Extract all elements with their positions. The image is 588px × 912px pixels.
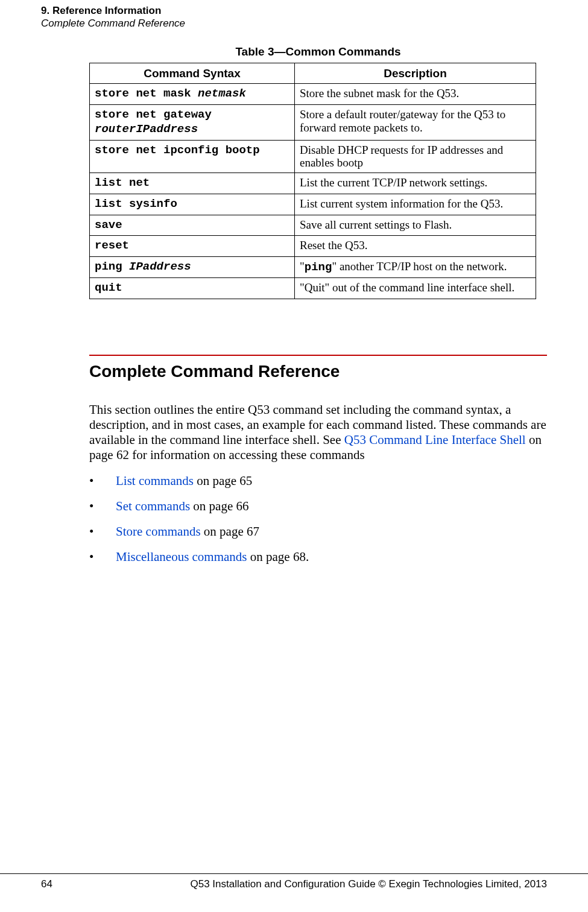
desc-mono: ping [305,261,332,274]
list-item: Miscellaneous commands on page 68. [89,549,547,565]
col-header-description: Description [295,63,536,84]
table-row: reset Reset the Q53. [90,236,536,257]
cmd-text: list sysinfo [95,197,177,211]
list-item: List commands on page 65 [89,473,547,489]
body: Complete Command Reference This section … [89,355,547,565]
cmd-desc: List current system information for the … [295,194,536,215]
cmd-desc: Reset the Q53. [295,236,536,257]
link-misc-commands[interactable]: Miscellaneous commands [116,549,247,564]
cmd-syntax: store net gateway routerIPaddress [90,105,295,141]
cmd-text: store net gateway [95,108,212,121]
bullet-text: on page 67 [201,524,259,539]
table-row: store net ipconfig bootp Disable DHCP re… [90,140,536,173]
desc-pre: " [300,260,305,273]
intro-paragraph: This section outlines the entire Q53 com… [89,402,547,463]
bullet-text: on page 65 [194,473,252,488]
cmd-syntax: list net [90,173,295,194]
cmd-desc: Save all current settings to Flash. [295,215,536,236]
table-row: save Save all current settings to Flash. [90,215,536,236]
cmd-desc: "Quit" out of the command line interface… [295,278,536,299]
link-set-commands[interactable]: Set commands [116,499,190,513]
cmd-desc: Disable DHCP requests for IP addresses a… [295,140,536,173]
table-row: store net gateway routerIPaddress Store … [90,105,536,141]
section-rule [89,355,547,356]
header-section: Complete Command Reference [41,17,547,30]
cmd-arg: routerIPaddress [95,122,198,136]
cmd-syntax: quit [90,278,295,299]
cmd-syntax: save [90,215,295,236]
bullet-text: on page 68. [247,549,309,564]
cmd-desc: Store the subnet mask for the Q53. [295,84,536,105]
commands-table: Command Syntax Description store net mas… [89,63,536,299]
link-list-commands[interactable]: List commands [116,473,194,488]
cmd-text: store net ipconfig bootp [95,144,260,157]
cmd-text: reset [95,239,129,252]
page: 9. Reference Information Complete Comman… [0,0,588,912]
footer-text: Q53 Installation and Configuration Guide… [77,878,547,890]
cmd-syntax: store net ipconfig bootp [90,140,295,173]
page-header: 9. Reference Information Complete Comman… [41,0,547,30]
col-header-syntax: Command Syntax [90,63,295,84]
desc-post: " another TCP/IP host on the network. [332,260,507,273]
cmd-desc: List the current TCP/IP network settings… [295,173,536,194]
cmd-text: store net mask [95,87,191,100]
header-chapter: 9. Reference Information [41,5,547,17]
commands-link-list: List commands on page 65 Set commands on… [89,473,547,565]
table-row: quit "Quit" out of the command line inte… [90,278,536,299]
bullet-text: on page 66 [190,499,248,513]
table-row: ping IPaddress "ping" another TCP/IP hos… [90,257,536,278]
table-caption: Table 3—Common Commands [89,45,547,59]
cmd-desc: "ping" another TCP/IP host on the networ… [295,257,536,278]
page-footer: 64 Q53 Installation and Configuration Gu… [0,873,588,890]
page-number: 64 [41,878,77,890]
cmd-arg: IPaddress [129,260,191,273]
cmd-text: save [95,218,122,232]
list-item: Store commands on page 67 [89,524,547,539]
link-cli-shell[interactable]: Q53 Command Line Interface Shell [344,432,526,447]
cmd-arg: netmask [198,87,246,100]
cmd-text: list net [95,176,150,189]
list-item: Set commands on page 66 [89,498,547,514]
link-store-commands[interactable]: Store commands [116,524,201,539]
table-header-row: Command Syntax Description [90,63,536,84]
cmd-desc: Store a default router/gateway for the Q… [295,105,536,141]
cmd-syntax: store net mask netmask [90,84,295,105]
commands-table-wrap: Table 3—Common Commands Command Syntax D… [89,45,547,299]
cmd-text: quit [95,281,122,294]
table-row: list net List the current TCP/IP network… [90,173,536,194]
table-row: list sysinfo List current system informa… [90,194,536,215]
section-heading: Complete Command Reference [89,361,547,382]
footer-row: 64 Q53 Installation and Configuration Gu… [41,874,547,890]
cmd-syntax: list sysinfo [90,194,295,215]
table-row: store net mask netmask Store the subnet … [90,84,536,105]
cmd-syntax: reset [90,236,295,257]
cmd-text: ping [95,260,122,273]
cmd-syntax: ping IPaddress [90,257,295,278]
